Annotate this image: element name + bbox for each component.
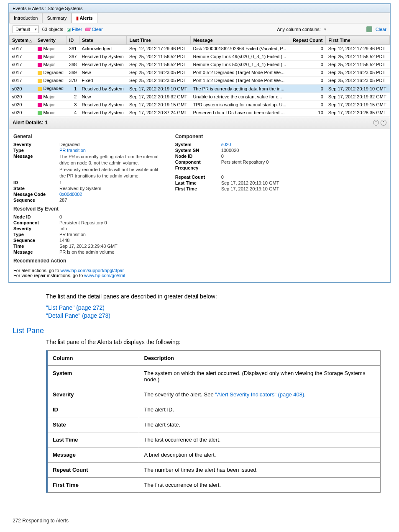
desc-cell-column: System [47,366,139,387]
cv-last: Sep 17, 2012 20:19:10 GMT [221,180,279,185]
ck-node: Node ID [175,154,221,159]
col-id[interactable]: ID [66,36,79,45]
rec1-pre: For alert actions, go to [13,268,61,273]
clear-right-link[interactable]: Clear [376,27,386,32]
link-list-pane[interactable]: "List Pane" (page 272) [46,304,353,311]
k-state: State [13,186,59,191]
table-row[interactable]: s020Degraded1Resolved by SystemSep 17, 2… [10,85,390,93]
table-row[interactable]: s020Major2NewSep 17, 2012 20:19:32 GMTUn… [10,93,390,100]
desc-cell-column: Severity [47,387,139,402]
table-row: First TimeThe first occurrence of the al… [47,478,381,493]
table-row[interactable]: s017Major368Resolved by SystemSep 25, 20… [10,61,390,69]
col-first-time[interactable]: First Time [326,36,390,45]
component-heading: Component [175,134,279,139]
rk-msg: Message [13,249,59,254]
col-system[interactable]: System [10,36,35,45]
msg-line3: Previously recorded alerts will not be v… [59,167,159,173]
tabs-row: Introduction Summary ▮Alerts [9,13,390,23]
ck-rc: Repeat Count [175,175,221,180]
rec2-link[interactable]: www.hp.com/go/sml [84,273,125,278]
table-row[interactable]: s017Major361AcknowledgedSep 12, 2012 17:… [10,45,390,53]
table-row: IDThe alert ID. [47,402,381,417]
tab-summary[interactable]: Summary [42,13,71,23]
rk-seq: Sequence [13,238,59,243]
any-column-label: Any column contains: [277,27,321,32]
table-row[interactable]: s020Minor4Resolved by SystemSep 17, 2012… [10,108,390,116]
rk-node: Node ID [13,214,59,219]
rv-seq: 1448 [59,238,69,243]
cv-sn: 1000020 [221,148,239,153]
desc-cell-description: The number of times the alert has been i… [139,463,381,478]
tab-alerts[interactable]: ▮Alerts [72,13,97,23]
table-row[interactable]: s017Major367Resolved by SystemSep 25, 20… [10,53,390,61]
alerts-grid: System Severity ID State Last Time Messa… [9,36,390,117]
msg-line4: the PR transitions to the admin volume. [59,173,159,179]
rk-comp: Component [13,220,59,225]
msg-line1: The PR is currently getting data from th… [59,154,159,160]
table-row[interactable]: s017Degraded370FixedSep 25, 2012 16:23:0… [10,77,390,85]
rk-sev: Severity [13,226,59,231]
cv-node: 0 [221,154,224,159]
v-code[interactable]: 0x00d0002 [59,192,82,197]
severity-icon [38,95,42,99]
tab-introduction[interactable]: Introduction [9,13,42,23]
alert-details-header: Alert Details: 1 ˄ ˅ [9,117,390,129]
desc-cell-column: Message [47,447,139,463]
rk-type: Type [13,232,59,237]
filter-icon: ◪ [66,27,71,32]
ck-freq: Frequency [175,165,221,170]
severity-icon [38,103,42,107]
severity-icon [38,71,42,75]
rv-sev: Info [59,226,67,231]
col-state[interactable]: State [79,36,127,45]
resolved-heading: Resolved By Event [13,206,159,212]
rec1-link[interactable]: www.hp.com/support/hpgt/3par [61,268,124,273]
clear-link[interactable]: Clear [85,27,102,32]
v-severity: Degraded [59,142,79,147]
cv-system[interactable]: s020 [221,142,231,147]
desc-cell-column: Last Time [47,432,139,447]
v-id: 1 [59,180,62,185]
col-last-time[interactable]: Last Time [127,36,191,45]
rv-msg: PR is on the admin volume [59,249,114,254]
filter-link[interactable]: ◪Filter [66,27,82,32]
rk-time: Time [13,244,59,249]
rec2-pre: For video repair instructions, go to [13,273,84,278]
k-code: Message Code [13,192,59,197]
col-repeat-count[interactable]: Repeat Count [290,36,325,45]
filter-default-select[interactable]: Default [13,26,39,33]
general-column: General SeverityDegraded TypePR transiti… [13,131,159,280]
table-row: MessageA brief description of the alert. [47,447,381,463]
window-title: Events & Alerts : Storage Systems [9,4,390,13]
severity-icon [38,111,42,115]
desc-cell-description: The last occurrence of the alert. [139,432,381,447]
filter-bar: Default 63 objects ◪Filter Clear Any col… [9,23,390,36]
table-row[interactable]: s020Major3Resolved by SystemSep 17, 2012… [10,100,390,108]
msg-line2: drive on node 0, not the admin volume. [59,160,159,166]
link-detail-pane[interactable]: "Detail Pane" (page 273) [46,312,353,319]
rec-actions: For alert actions, go to www.hp.com/supp… [13,266,159,280]
intro-text: The list and the detail panes are descri… [46,292,353,301]
desc-cell-description: The system on which the alert occurred. … [139,366,381,387]
inline-link[interactable]: "Alert Severity Indicators" (page 408) [215,391,304,398]
k-type: Type [13,148,59,153]
col-severity[interactable]: Severity [35,36,66,45]
filter-label: Filter [72,27,82,32]
table-row[interactable]: s017Degraded369NewSep 25, 2012 16:23:05 … [10,69,390,77]
v-type[interactable]: PR transition [59,148,86,153]
v-message: The PR is currently getting data from th… [59,154,159,180]
expand-up-icon[interactable]: ˄ [373,120,379,126]
col-message[interactable]: Message [191,36,290,45]
cv-first: Sep 17, 2012 20:19:10 GMT [221,186,279,191]
expand-down-icon[interactable]: ˅ [381,120,386,126]
desc-cell-column: Repeat Count [47,463,139,478]
settings-icon[interactable] [366,26,372,32]
desc-col2: Description [139,351,381,366]
ck-sn: System SN [175,148,221,153]
severity-icon [38,47,42,51]
ck-comp: Component [175,159,221,164]
severity-icon [38,87,42,91]
chevron-down-icon[interactable]: ▾ [324,27,326,31]
k-seq: Sequence [13,198,59,203]
k-id: ID [13,180,59,185]
